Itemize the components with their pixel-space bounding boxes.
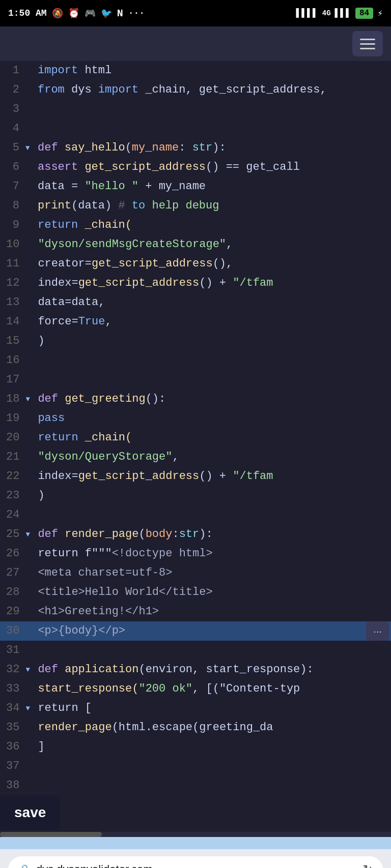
line-arrow-37 bbox=[25, 757, 36, 776]
code-line-32[interactable]: 32▼def application(environ, start_respon… bbox=[0, 660, 391, 679]
line-content-1: import html bbox=[36, 61, 391, 80]
code-line-5[interactable]: 5▼def say_hello(my_name: str): bbox=[0, 138, 391, 158]
line-arrow-21 bbox=[25, 447, 36, 467]
line-arrow-33 bbox=[25, 679, 36, 699]
code-line-12[interactable]: 12 index=get_script_address() + "/tfam bbox=[0, 274, 391, 293]
code-line-17[interactable]: 17 bbox=[0, 370, 391, 390]
refresh-button[interactable]: ↻ bbox=[362, 862, 373, 868]
code-line-24[interactable]: 24 bbox=[0, 505, 391, 525]
line-content-20: return _chain( bbox=[36, 428, 391, 447]
line-content-10: "dyson/sendMsgCreateStorage", bbox=[36, 235, 391, 254]
line-arrow-10 bbox=[25, 235, 36, 254]
line-number-4: 4 bbox=[0, 119, 25, 138]
code-line-35[interactable]: 35 render_page(html.escape(greeting_da bbox=[0, 718, 391, 737]
code-line-10[interactable]: 10 "dyson/sendMsgCreateStorage", bbox=[0, 235, 391, 254]
line-number-14: 14 bbox=[0, 312, 25, 332]
line-content-24 bbox=[36, 505, 391, 525]
line-arrow-30 bbox=[25, 621, 36, 641]
scroll-thumb[interactable] bbox=[0, 832, 102, 837]
code-line-2[interactable]: 2from dys import _chain, get_script_addr… bbox=[0, 80, 391, 100]
line-number-32: 32 bbox=[0, 660, 25, 679]
code-line-26[interactable]: 26 return f"""<!doctype html> bbox=[0, 544, 391, 563]
code-line-11[interactable]: 11 creator=get_script_address(), bbox=[0, 254, 391, 274]
code-line-19[interactable]: 19 pass bbox=[0, 409, 391, 428]
line-number-37: 37 bbox=[0, 757, 25, 776]
code-line-7[interactable]: 7 data = "hello " + my_name bbox=[0, 177, 391, 196]
code-line-21[interactable]: 21 "dyson/QueryStorage", bbox=[0, 447, 391, 467]
alarm-icon: ⏰ bbox=[68, 8, 79, 19]
code-line-22[interactable]: 22 index=get_script_address() + "/tfam bbox=[0, 467, 391, 486]
line-content-12: index=get_script_address() + "/tfam bbox=[36, 274, 391, 293]
code-line-29[interactable]: 29 <h1>Greeting!</h1> bbox=[0, 602, 391, 621]
code-line-36[interactable]: 36 ] bbox=[0, 737, 391, 757]
code-line-25[interactable]: 25▼def render_page(body:str): bbox=[0, 525, 391, 544]
line-content-7: data = "hello " + my_name bbox=[36, 177, 391, 196]
code-line-6[interactable]: 6 assert get_script_address() == get_cal… bbox=[0, 158, 391, 177]
code-line-18[interactable]: 18▼def get_greeting(): bbox=[0, 390, 391, 409]
line-content-29: <h1>Greeting!</h1> bbox=[36, 602, 391, 621]
code-line-30[interactable]: 30 <p>{body}</p>··· bbox=[0, 621, 391, 641]
code-line-37[interactable]: 37 bbox=[0, 757, 391, 776]
line-arrow-24 bbox=[25, 505, 36, 525]
line-number-10: 10 bbox=[0, 235, 25, 254]
line-number-36: 36 bbox=[0, 737, 25, 757]
code-line-16[interactable]: 16 bbox=[0, 351, 391, 370]
line-content-38 bbox=[36, 776, 391, 795]
line-number-19: 19 bbox=[0, 409, 25, 428]
line-content-21: "dyson/QueryStorage", bbox=[36, 447, 391, 467]
line-number-25: 25 bbox=[0, 525, 25, 544]
line-number-20: 20 bbox=[0, 428, 25, 447]
code-line-28[interactable]: 28 <title>Hello World</title> bbox=[0, 583, 391, 602]
code-line-38[interactable]: 38 bbox=[0, 776, 391, 795]
ellipsis-button[interactable]: ··· bbox=[366, 621, 389, 641]
code-line-8[interactable]: 8 print(data) # to help debug bbox=[0, 196, 391, 216]
code-line-33[interactable]: 33 start_response("200 ok", [("Content-t… bbox=[0, 679, 391, 699]
code-line-31[interactable]: 31 bbox=[0, 641, 391, 660]
line-arrow-18: ▼ bbox=[25, 390, 36, 409]
status-bar: 1:50 AM 🔕 ⏰ 🎮 🐦 N ··· ▌▌▌▌ 4G ▌▌▌ 84 ⚡ bbox=[0, 0, 391, 26]
line-arrow-36 bbox=[25, 737, 36, 757]
line-number-18: 18 bbox=[0, 390, 25, 409]
menu-button[interactable] bbox=[352, 31, 383, 56]
code-line-20[interactable]: 20 return _chain( bbox=[0, 428, 391, 447]
line-arrow-28 bbox=[25, 583, 36, 602]
line-number-23: 23 bbox=[0, 486, 25, 505]
code-line-27[interactable]: 27 <meta charset=utf-8> bbox=[0, 563, 391, 583]
line-arrow-20 bbox=[25, 428, 36, 447]
url-text: dys.dysonvalidator.com bbox=[36, 863, 357, 868]
scroll-track[interactable] bbox=[0, 832, 391, 837]
line-arrow-34: ▼ bbox=[25, 699, 36, 718]
line-content-13: data=data, bbox=[36, 293, 391, 312]
save-bar: save bbox=[0, 795, 60, 830]
code-line-13[interactable]: 13 data=data, bbox=[0, 293, 391, 312]
code-line-34[interactable]: 34▼ return [ bbox=[0, 699, 391, 718]
line-content-4 bbox=[36, 119, 391, 138]
code-line-9[interactable]: 9 return _chain( bbox=[0, 216, 391, 235]
status-left: 1:50 AM 🔕 ⏰ 🎮 🐦 N ··· bbox=[8, 8, 145, 19]
more-notif: ··· bbox=[128, 8, 145, 18]
n-icon: N bbox=[117, 8, 123, 19]
line-arrow-23 bbox=[25, 486, 36, 505]
code-line-15[interactable]: 15 ) bbox=[0, 332, 391, 351]
save-button[interactable]: save bbox=[0, 795, 60, 830]
line-arrow-14 bbox=[25, 312, 36, 332]
line-number-17: 17 bbox=[0, 370, 25, 390]
line-number-9: 9 bbox=[0, 216, 25, 235]
code-line-4[interactable]: 4 bbox=[0, 119, 391, 138]
signal-icon: ▌▌▌▌ bbox=[296, 8, 318, 18]
line-arrow-2 bbox=[25, 80, 36, 100]
address-bar[interactable]: 🔒 dys.dysonvalidator.com ↻ bbox=[8, 856, 383, 868]
line-number-21: 21 bbox=[0, 447, 25, 467]
line-arrow-16 bbox=[25, 351, 36, 370]
code-line-1[interactable]: 1import html bbox=[0, 61, 391, 80]
line-number-5: 5 bbox=[0, 138, 25, 158]
line-number-6: 6 bbox=[0, 158, 25, 177]
code-line-23[interactable]: 23 ) bbox=[0, 486, 391, 505]
line-content-2: from dys import _chain, get_script_addre… bbox=[36, 80, 391, 100]
line-content-17 bbox=[36, 370, 391, 390]
status-time: 1:50 AM bbox=[8, 8, 47, 18]
line-content-23: ) bbox=[36, 486, 391, 505]
code-line-14[interactable]: 14 force=True, bbox=[0, 312, 391, 332]
line-arrow-22 bbox=[25, 467, 36, 486]
code-line-3[interactable]: 3 bbox=[0, 100, 391, 119]
